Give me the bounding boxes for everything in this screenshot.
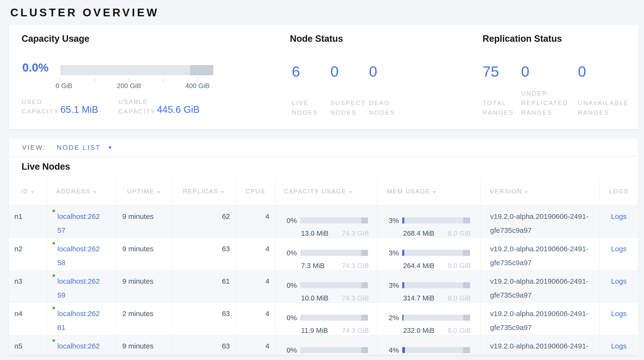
capacity-bar	[300, 282, 368, 288]
mem-percent: 3%	[378, 281, 399, 290]
capacity-usage-cell: 0% 13.0 MiB 74.3 GiB	[275, 206, 377, 238]
mem-bar	[402, 315, 470, 321]
node-address-cell: localhost:26258	[47, 238, 116, 270]
axis-tick	[94, 78, 95, 82]
capacity-usage-cell: 0% 7.3 MiB 74.3 GiB	[275, 238, 377, 270]
table-row: n1 localhost:26257 9 minutes 62 4 0% 13.…	[9, 206, 638, 238]
bar-fill	[402, 347, 405, 353]
capacity-usage-title: Capacity Usage	[22, 34, 89, 44]
suspect-nodes-label: SUSPECT NODES	[330, 98, 366, 117]
node-replicas: 63	[172, 335, 236, 355]
bar-end-segment	[361, 218, 368, 224]
node-uptime: 9 minutes	[116, 238, 172, 270]
capacity-bar	[300, 347, 368, 353]
header-replicas[interactable]: REPLICAS▼	[172, 177, 236, 206]
view-dropdown[interactable]: NODE LIST	[57, 144, 101, 151]
header-version[interactable]: VERSION▼	[480, 177, 600, 206]
table-row: n4 localhost:26261 2 minutes 63 4 0% 11.…	[9, 303, 638, 335]
node-id: n1	[9, 206, 47, 238]
bar-end-segment	[463, 282, 470, 288]
live-status-dot-icon	[52, 307, 55, 309]
mem-used: 268.4 MiB	[403, 229, 434, 238]
used-capacity-value: 65.1 MiB	[60, 104, 98, 115]
logs-link[interactable]: Logs	[611, 245, 626, 253]
mem-usage-cell: 3% 268.4 MiB 8.0 GiB	[377, 206, 480, 238]
node-version: v19.2.0-alpha.20190606-2491-gfe735c9a97	[480, 206, 600, 238]
header-uptime[interactable]: UPTIME▼	[116, 177, 172, 206]
capacity-percent: 0%	[276, 248, 297, 258]
node-replicas: 62	[172, 206, 236, 238]
node-address-link[interactable]: localhost:26262	[58, 339, 100, 355]
mem-percent: 3%	[378, 248, 399, 258]
capacity-bar	[300, 218, 368, 224]
mem-total: 8.0 GiB	[448, 229, 471, 238]
sort-caret-icon: ▼	[93, 190, 97, 194]
node-address-link[interactable]: localhost:26257	[58, 210, 100, 237]
node-cpus: 4	[236, 270, 275, 303]
sort-caret-icon: ▼	[30, 190, 35, 194]
header-mem-usage[interactable]: MEM USAGE▼	[377, 177, 480, 206]
node-cpus: 4	[236, 206, 275, 238]
under-replicated-value: 0	[521, 63, 578, 80]
mem-bar	[402, 218, 470, 224]
sort-caret-icon: ▼	[348, 190, 353, 194]
dead-nodes-label: DEAD NODES	[369, 98, 395, 117]
capacity-usage-cell: 0% 11.9 MiB 74.3 GiB	[275, 303, 377, 335]
node-uptime: 2 minutes	[116, 303, 172, 335]
axis-label-200: 200 GiB	[117, 82, 141, 90]
bar-fill	[402, 315, 404, 321]
table-row: n3 localhost:26259 9 minutes 61 4 0% 10.…	[9, 270, 638, 303]
live-nodes-table: ID▼ ADDRESS▼ UPTIME▼ REPLICAS▼ CPUS CAPA…	[9, 177, 638, 355]
axis-label-400: 400 GiB	[185, 82, 210, 90]
node-version: v19.2.0-alpha.20190606-2491-gfe735c9a97	[480, 303, 600, 335]
logs-cell: Logs	[600, 206, 638, 238]
header-capacity-usage[interactable]: CAPACITY USAGE▼	[275, 177, 377, 206]
cluster-overview-page: CLUSTER OVERVIEW Capacity Usage 0.0% 0 G…	[0, 0, 644, 360]
axis-tick	[60, 78, 60, 82]
node-address-link[interactable]: localhost:26259	[58, 274, 100, 302]
node-cpus: 4	[236, 303, 275, 335]
node-id: n2	[9, 238, 47, 270]
node-status-title: Node Status	[290, 34, 343, 44]
logs-link[interactable]: Logs	[611, 310, 626, 317]
mem-bar	[402, 347, 470, 353]
live-status-dot-icon	[52, 242, 55, 245]
node-replicas: 63	[172, 303, 236, 335]
header-id[interactable]: ID▼	[9, 177, 47, 206]
header-address[interactable]: ADDRESS▼	[47, 177, 116, 206]
bar-end-segment	[463, 250, 470, 256]
view-selector-bar: VIEW: NODE LIST ▼	[9, 139, 638, 156]
node-version: v19.2.0-alpha.20190606-2491-gfe735c9a97	[480, 238, 600, 270]
node-address-link[interactable]: localhost:26261	[58, 307, 100, 334]
node-address-link[interactable]: localhost:26258	[58, 242, 100, 270]
node-version: v19.2.0-alpha.20190606-2491-gfe735c9a97	[480, 270, 600, 303]
mem-used: 314.7 MiB	[403, 293, 434, 303]
capacity-bar	[300, 315, 368, 321]
bar-end-segment	[361, 347, 368, 353]
capacity-percent: 0%	[276, 345, 297, 355]
logs-link[interactable]: Logs	[611, 212, 626, 220]
replication-status-title: Replication Status	[482, 34, 562, 44]
capacity-total: 74.3 GiB	[342, 261, 369, 270]
mem-bar	[402, 250, 470, 256]
mem-total: 8.0 GiB	[448, 326, 471, 335]
capacity-total: 74.3 GiB	[342, 229, 369, 238]
header-cpus: CPUS	[236, 177, 275, 206]
live-nodes-label: LIVE NODES	[292, 98, 318, 117]
summary-card: Capacity Usage 0.0% 0 GiB 200 GiB 400 Gi…	[9, 25, 638, 129]
node-address-cell: localhost:26262	[47, 335, 116, 355]
total-ranges-label: TOTAL RANGES	[482, 98, 514, 117]
mem-usage-cell: 4% 329.6 MiB 8.0 GiB	[377, 335, 480, 355]
chevron-down-icon[interactable]: ▼	[108, 145, 112, 150]
capacity-summary-bar	[60, 65, 213, 75]
mem-total: 8.0 GiB	[448, 293, 471, 303]
node-uptime: 9 minutes	[116, 206, 172, 238]
dead-nodes-value: 0	[369, 63, 426, 80]
logs-link[interactable]: Logs	[611, 342, 626, 350]
bar-fill	[402, 250, 404, 256]
logs-link[interactable]: Logs	[611, 277, 626, 285]
node-address-cell: localhost:26259	[47, 270, 116, 303]
capacity-total: 74.3 GiB	[342, 293, 369, 303]
stat-unavailable-ranges: 0 UNAVAILABLE RANGES	[578, 63, 636, 80]
axis-tick	[163, 78, 164, 82]
